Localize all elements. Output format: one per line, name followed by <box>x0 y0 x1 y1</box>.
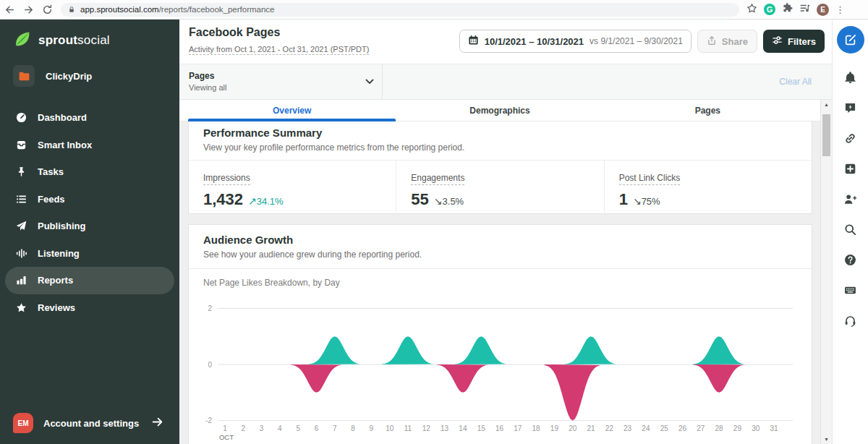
address-bar[interactable]: app.sproutsocial.com/reports/facebook_pe… <box>61 3 739 17</box>
metric-value: 1 <box>619 190 628 209</box>
reload-icon[interactable] <box>38 0 56 20</box>
workspace-switcher[interactable]: ClickyDrip <box>13 65 92 87</box>
notifications-icon[interactable] <box>844 62 856 93</box>
inbox-icon <box>16 140 27 150</box>
svg-text:16: 16 <box>495 424 504 432</box>
metric-label[interactable]: Impressions <box>203 173 250 185</box>
date-range-button[interactable]: 10/1/2021 – 10/31/2021 vs 9/1/2021 – 9/3… <box>459 30 692 53</box>
search-icon[interactable] <box>844 214 856 244</box>
filters-button[interactable]: Filters <box>763 30 825 53</box>
chevron-down-icon[interactable] <box>364 76 375 90</box>
workspace-folder-icon <box>13 65 35 87</box>
forward-icon[interactable] <box>19 0 38 20</box>
sidebar-item-tasks[interactable]: Tasks <box>0 158 179 186</box>
calendar-icon <box>468 35 479 48</box>
audience-growth-title: Audience Growth <box>189 225 812 246</box>
trend-down-icon: ↘ <box>434 195 443 207</box>
metric-label[interactable]: Engagements <box>411 173 464 185</box>
scroll-down-arrow[interactable]: ▼ <box>821 437 832 442</box>
tab-demographics[interactable]: Demographics <box>396 100 603 121</box>
svg-text:9: 9 <box>370 424 374 432</box>
chart-label: Net Page Likes Breakdown, by Day <box>189 269 812 288</box>
clear-all-link[interactable]: Clear All <box>779 77 812 87</box>
expand-arrow-icon[interactable] <box>151 416 163 431</box>
svg-text:26: 26 <box>678 424 687 432</box>
account-avatar: EM <box>13 413 33 433</box>
keyboard-icon[interactable] <box>844 275 856 305</box>
pages-filter-label: Pages <box>189 71 214 81</box>
support-icon[interactable] <box>844 305 856 336</box>
tab-overview[interactable]: Overview <box>188 100 396 121</box>
vertical-scrollbar[interactable]: ▲ ▼ <box>820 100 832 444</box>
report-header: Facebook Pages Activity from Oct 1, 2021… <box>179 20 832 64</box>
grammarly-extension-icon[interactable]: G <box>764 4 775 15</box>
sidebar-item-publishing[interactable]: Publishing <box>0 213 179 240</box>
main-area: Facebook Pages Activity from Oct 1, 2021… <box>179 20 832 444</box>
sidebar: sproutsocial ClickyDrip DashboardSmart I… <box>0 20 179 444</box>
workspace-name: ClickyDrip <box>46 71 92 82</box>
bookmark-star-icon[interactable] <box>746 3 757 17</box>
svg-text:22: 22 <box>605 424 614 432</box>
svg-text:10: 10 <box>386 424 394 432</box>
browser-menu-icon[interactable]: ⋮ <box>835 4 845 15</box>
metric-delta: ↘75% <box>633 195 660 207</box>
trend-down-icon: ↘ <box>633 195 642 207</box>
sidebar-item-dashboard[interactable]: Dashboard <box>0 104 179 132</box>
sidebar-item-reviews[interactable]: Reviews <box>0 294 179 322</box>
link-icon[interactable] <box>844 123 856 153</box>
svg-text:11: 11 <box>404 424 412 432</box>
net-page-likes-chart[interactable]: 20-2123456789101112131415161718192021222… <box>196 291 793 442</box>
compare-range-value: vs 9/1/2021 – 9/30/2021 <box>590 36 683 46</box>
back-icon[interactable] <box>0 0 19 20</box>
performance-summary-title: Performance Summary <box>189 121 812 139</box>
share-button[interactable]: Share <box>697 30 757 53</box>
report-tabs: OverviewDemographicsPages <box>179 100 820 121</box>
scrollbar-thumb[interactable] <box>822 114 830 156</box>
metric-label[interactable]: Post Link Clicks <box>619 173 681 185</box>
svg-text:20: 20 <box>569 424 577 432</box>
profile-filter-bar: Pages Viewing all Clear All <box>179 64 832 100</box>
svg-text:6: 6 <box>315 424 319 432</box>
svg-text:12: 12 <box>422 424 431 432</box>
bars-icon <box>16 275 27 286</box>
browser-profile-avatar[interactable]: E <box>817 4 829 16</box>
tab-pages[interactable]: Pages <box>604 100 812 121</box>
svg-text:27: 27 <box>697 424 705 432</box>
metric-delta: ↗34.1% <box>248 195 284 207</box>
sidebar-item-label: Publishing <box>38 221 85 231</box>
reading-list-icon[interactable] <box>799 3 810 17</box>
reporting-period-subtitle[interactable]: Activity from Oct 1, 2021 - Oct 31, 2021… <box>189 45 369 55</box>
compose-button[interactable] <box>837 26 864 54</box>
sprout-leaf-icon <box>13 30 32 51</box>
messages-icon[interactable] <box>844 93 856 123</box>
sidebar-item-smart-inbox[interactable]: Smart Inbox <box>0 132 179 159</box>
svg-text:14: 14 <box>459 424 467 432</box>
svg-text:24: 24 <box>642 424 650 432</box>
sidebar-item-label: Reviews <box>38 302 75 313</box>
sidebar-item-reports[interactable]: Reports <box>5 267 174 294</box>
sidebar-item-feeds[interactable]: Feeds <box>0 186 179 213</box>
performance-summary-description: View your key profile performance metric… <box>189 139 812 161</box>
svg-text:23: 23 <box>624 424 632 432</box>
brand-wordmark: sproutsocial <box>38 33 110 48</box>
extensions-puzzle-icon[interactable] <box>782 3 793 17</box>
waveform-icon <box>16 248 27 259</box>
metric-impressions: Impressions1,432↗34.1% <box>189 161 396 220</box>
svg-text:31: 31 <box>770 424 778 432</box>
share-icon <box>707 35 717 48</box>
metric-value: 1,432 <box>203 190 243 209</box>
add-icon[interactable] <box>844 153 856 184</box>
account-and-settings[interactable]: EM Account and settings <box>0 409 179 437</box>
divider <box>382 64 383 99</box>
svg-text:29: 29 <box>733 424 742 432</box>
sidebar-item-listening[interactable]: Listening <box>0 240 179 268</box>
metric-value: 55 <box>411 190 428 209</box>
svg-text:7: 7 <box>333 424 337 432</box>
svg-text:2: 2 <box>208 304 212 312</box>
sprout-social-logo[interactable]: sproutsocial <box>13 30 110 51</box>
scroll-up-arrow[interactable]: ▲ <box>821 102 832 107</box>
metric-engagements: Engagements55↘3.5% <box>396 161 603 220</box>
invite-icon[interactable] <box>844 184 856 214</box>
date-range-value: 10/1/2021 – 10/31/2021 <box>485 36 584 47</box>
help-icon[interactable] <box>844 244 856 275</box>
